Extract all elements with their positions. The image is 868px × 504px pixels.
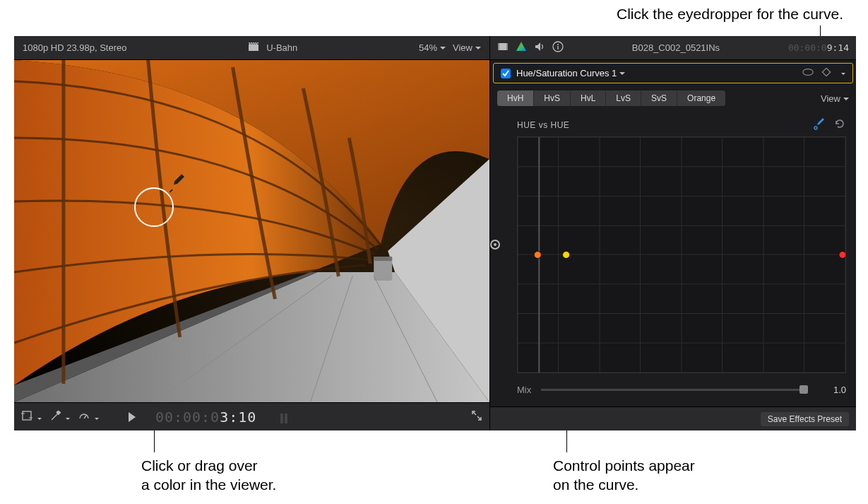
- inspector-header: B028_C002_0521INs 00:00:09:14: [490, 36, 856, 60]
- tab-svs[interactable]: SvS: [641, 90, 677, 106]
- play-button[interactable]: [129, 412, 136, 422]
- zoom-dropdown[interactable]: 54%: [419, 42, 446, 53]
- keyframe-icon[interactable]: [821, 68, 832, 78]
- control-point-end[interactable]: [839, 252, 845, 259]
- curve-view-dropdown[interactable]: View: [821, 93, 849, 104]
- viewer-canvas[interactable]: [14, 60, 489, 402]
- viewer-header: 1080p HD 23.98p, Stereo U-Bahn 54% View: [14, 36, 489, 60]
- clip-format-label: 1080p HD 23.98p, Stereo: [23, 42, 126, 53]
- crop-tool-menu[interactable]: [21, 410, 42, 423]
- svg-rect-20: [557, 46, 558, 49]
- clip-title: U-Bahn: [266, 42, 297, 53]
- video-inspector-icon[interactable]: [497, 41, 509, 54]
- tab-hvs[interactable]: HvS: [534, 90, 571, 106]
- tab-orange[interactable]: Orange: [677, 90, 725, 106]
- hue-curve-graph[interactable]: [517, 136, 846, 373]
- mask-icon[interactable]: [802, 68, 814, 78]
- control-point-2[interactable]: [563, 252, 570, 259]
- effect-enable-checkbox[interactable]: [501, 69, 511, 78]
- svg-point-19: [557, 44, 559, 45]
- viewer-timecode[interactable]: 00:00:03:10: [155, 409, 256, 426]
- svg-marker-17: [516, 42, 526, 51]
- effect-row[interactable]: Hue/Saturation Curves 1: [493, 63, 853, 83]
- curve-title: HUE vs HUE: [517, 120, 569, 130]
- tab-hvl[interactable]: HvL: [571, 90, 606, 106]
- callout-click-drag: Click or drag over a color in the viewer…: [141, 456, 325, 495]
- mix-label: Mix: [517, 385, 531, 395]
- svg-line-13: [84, 416, 86, 418]
- svg-point-21: [803, 69, 813, 76]
- svg-rect-5: [374, 257, 392, 261]
- inspector-panel: B028_C002_0521INs 00:00:09:14 Hue/Satura…: [490, 36, 856, 430]
- viewer-footer: 00:00:03:10: [14, 402, 489, 430]
- eyedropper-button[interactable]: [814, 117, 826, 132]
- mix-slider[interactable]: [541, 389, 808, 391]
- tab-hvh[interactable]: HvH: [497, 90, 534, 106]
- curve-tabs-row: HvH HvS HvL LvS SvS Orange View: [490, 86, 856, 110]
- fullscreen-button[interactable]: [471, 410, 482, 423]
- inspector-timecode: 00:00:09:14: [788, 42, 849, 53]
- curve-anchor-handle[interactable]: [490, 240, 500, 250]
- reset-button[interactable]: [833, 117, 846, 132]
- svg-point-23: [814, 127, 817, 129]
- clapperboard-icon: [248, 41, 259, 54]
- callout-eyedropper: Click the eyedropper for the curve.: [617, 4, 843, 23]
- inspector-footer: Save Effects Preset: [490, 406, 856, 430]
- viewer-panel: 1080p HD 23.98p, Stereo U-Bahn 54% View: [14, 36, 490, 430]
- view-dropdown[interactable]: View: [453, 42, 481, 53]
- audio-inspector-icon[interactable]: [534, 41, 545, 54]
- callout-control-points: Control points appear on the curve.: [553, 456, 751, 495]
- mix-value[interactable]: 1.0: [818, 385, 846, 395]
- enhance-tool-menu[interactable]: [50, 410, 71, 423]
- svg-rect-14: [498, 43, 508, 50]
- svg-rect-10: [23, 411, 31, 420]
- save-effects-preset-button[interactable]: Save Effects Preset: [761, 412, 849, 426]
- svg-rect-16: [506, 43, 508, 50]
- info-inspector-icon[interactable]: [552, 41, 564, 54]
- svg-rect-15: [498, 43, 499, 50]
- app-frame: 1080p HD 23.98p, Stereo U-Bahn 54% View: [14, 36, 856, 430]
- retime-tool-menu[interactable]: [78, 410, 99, 423]
- tab-lvs[interactable]: LvS: [606, 90, 641, 106]
- mix-row: Mix 1.0: [490, 379, 856, 394]
- svg-rect-22: [822, 68, 830, 76]
- control-point-1[interactable]: [534, 252, 541, 259]
- curve-area: HUE vs HUE: [490, 110, 856, 379]
- audio-meter: [280, 411, 287, 423]
- color-inspector-icon[interactable]: [516, 41, 527, 54]
- effect-menu-chevron[interactable]: [839, 68, 845, 78]
- curve-type-segmented[interactable]: HvH HvS HvL LvS SvS Orange: [497, 90, 725, 106]
- inspector-clip-name: B028_C002_0521INs: [632, 42, 720, 53]
- effect-name-dropdown[interactable]: Hue/Saturation Curves 1: [516, 68, 625, 78]
